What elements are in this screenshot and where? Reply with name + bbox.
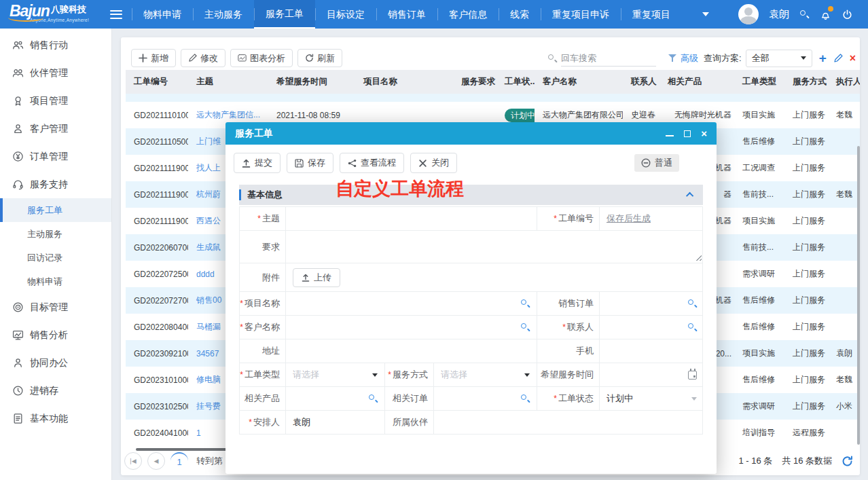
- field-相关订单[interactable]: [434, 387, 537, 410]
- search-icon[interactable]: [687, 299, 697, 308]
- sidebar-item-销售行动[interactable]: 销售行动: [0, 31, 111, 59]
- nav-item-重复项目[interactable]: 重复项目: [621, 0, 682, 29]
- refresh-icon[interactable]: [842, 456, 853, 467]
- column-header-服务要求[interactable]: 服务要求: [453, 76, 496, 88]
- search-icon[interactable]: [520, 394, 530, 403]
- nav-item-服务工单[interactable]: 服务工单: [254, 0, 315, 29]
- column-header-执行人[interactable]: 执行人: [828, 76, 860, 88]
- 新增-button[interactable]: 新增: [131, 49, 176, 67]
- field-所属伙伴[interactable]: [434, 411, 704, 434]
- close-icon[interactable]: ×: [701, 128, 707, 139]
- search-icon[interactable]: [520, 299, 530, 308]
- column-header-项目名称[interactable]: 项目名称: [355, 76, 453, 88]
- field-服务方式[interactable]: 请选择: [434, 363, 537, 386]
- sidebar-item-协同办公[interactable]: 协同办公: [0, 349, 111, 377]
- nav-item-目标设定[interactable]: 目标设定: [315, 0, 376, 29]
- edit-plan-button[interactable]: [833, 54, 843, 63]
- resize-handle-icon[interactable]: [695, 254, 702, 261]
- search-input[interactable]: [561, 50, 656, 67]
- column-header-希望服务时间[interactable]: 希望服务时间: [268, 76, 355, 88]
- brand-logo[interactable]: Bajun八骏科技 Anyone,Anytime,Anywhere!: [0, 0, 103, 29]
- 图表分析-button[interactable]: 图表分析: [230, 49, 293, 67]
- minimize-icon[interactable]: [666, 135, 674, 136]
- sidebar-item-服务支持[interactable]: 服务支持: [0, 170, 111, 198]
- sidebar-subitem-物料申请[interactable]: 物料申请: [0, 270, 111, 293]
- sidebar-item-进销存[interactable]: 进销存: [0, 377, 111, 405]
- column-header-服务方式[interactable]: 服务方式: [784, 76, 828, 88]
- field-项目名称[interactable]: [286, 292, 537, 315]
- pager-first-button[interactable]: |◀: [124, 452, 142, 470]
- nav-item-销售订单[interactable]: 销售订单: [376, 0, 437, 29]
- modal-关闭-button[interactable]: 关闭: [410, 153, 457, 173]
- nav-item-主动服务[interactable]: 主动服务: [193, 0, 254, 29]
- modal-查看流程-button[interactable]: 查看流程: [340, 153, 404, 173]
- calendar-icon[interactable]: [688, 371, 697, 380]
- collapse-chevron-icon[interactable]: [686, 192, 693, 200]
- column-header-工单状...[interactable]: 工单状...: [496, 76, 535, 88]
- 刷新-button[interactable]: 刷新: [297, 49, 342, 67]
- section-basic-info[interactable]: 基本信息: [239, 185, 703, 205]
- priority-badge[interactable]: 普通: [634, 154, 679, 172]
- field-工单状态[interactable]: 计划中: [600, 387, 704, 410]
- filter-funnel-icon[interactable]: [668, 54, 676, 62]
- sidebar-item-伙伴管理[interactable]: 伙伴管理: [0, 59, 111, 87]
- nav-item-线索[interactable]: 线索: [499, 0, 541, 29]
- menu-toggle-icon[interactable]: [110, 10, 122, 19]
- sidebar-subitem-服务工单[interactable]: 服务工单: [0, 198, 111, 222]
- nav-more-dropdown-icon[interactable]: [702, 12, 709, 16]
- search-icon[interactable]: [520, 322, 530, 332]
- query-plan-select[interactable]: 全部: [746, 50, 812, 67]
- search-icon[interactable]: [687, 322, 697, 332]
- chevron-down-icon[interactable]: [524, 373, 530, 377]
- chevron-down-icon[interactable]: [372, 373, 378, 377]
- field-工单编号[interactable]: 保存后生成: [600, 207, 704, 230]
- column-header-联系人[interactable]: 联系人: [623, 76, 659, 88]
- modal-提交-button[interactable]: 提交: [234, 153, 281, 173]
- sidebar-item-项目管理[interactable]: 项目管理: [0, 87, 111, 115]
- search-icon[interactable]: [368, 394, 378, 403]
- column-header-工单类型[interactable]: 工单类型: [734, 76, 784, 88]
- user-name[interactable]: 袁朗: [769, 8, 789, 21]
- sidebar-item-销售分析[interactable]: 销售分析: [0, 321, 111, 349]
- column-header-工单编号[interactable]: 工单编号: [126, 76, 188, 88]
- column-header-主题[interactable]: 主题: [188, 76, 268, 88]
- field-安排人[interactable]: 袁朗: [286, 411, 385, 434]
- search-icon[interactable]: [799, 10, 810, 20]
- maximize-icon[interactable]: [684, 130, 691, 137]
- column-header-相关产品[interactable]: 相关产品: [659, 76, 734, 88]
- modal-header[interactable]: 服务工单 ×: [225, 122, 717, 145]
- field-工单类型[interactable]: 请选择: [286, 363, 385, 386]
- sidebar-subitem-主动服务[interactable]: 主动服务: [0, 222, 111, 246]
- 修改-button[interactable]: 修改: [181, 49, 225, 67]
- nav-item-物料申请[interactable]: 物料申请: [132, 0, 193, 29]
- power-icon[interactable]: [842, 9, 853, 20]
- vertical-scrollbar[interactable]: [857, 146, 860, 445]
- pager-prev-button[interactable]: ◀: [147, 452, 165, 470]
- sidebar-item-客户管理[interactable]: 客户管理: [0, 115, 111, 143]
- sidebar-item-目标管理[interactable]: 目标管理: [0, 293, 111, 321]
- field-联系人[interactable]: [600, 316, 704, 339]
- sidebar-item-订单管理[interactable]: 订单管理: [0, 143, 111, 170]
- advanced-search-link[interactable]: 高级: [681, 52, 698, 64]
- field-手机[interactable]: [600, 339, 704, 363]
- upload-button[interactable]: 上传: [293, 268, 340, 287]
- sidebar-subitem-回访记录[interactable]: 回访记录: [0, 246, 111, 270]
- nav-item-重复项目申诉[interactable]: 重复项目申诉: [541, 0, 621, 29]
- avatar[interactable]: [738, 4, 759, 24]
- field-客户名称[interactable]: [286, 316, 537, 339]
- add-plan-button[interactable]: +: [819, 52, 827, 64]
- pager-current-page[interactable]: 1: [170, 452, 188, 470]
- field-要求[interactable]: [286, 231, 704, 263]
- field-相关产品[interactable]: [286, 387, 385, 410]
- modal-保存-button[interactable]: 保存: [287, 153, 333, 173]
- field-希望服务时间[interactable]: [600, 363, 704, 386]
- field-主题[interactable]: [286, 207, 537, 230]
- sidebar-item-基本功能[interactable]: 基本功能: [0, 405, 111, 432]
- field-销售订单[interactable]: [600, 292, 704, 315]
- chevron-down-icon[interactable]: [691, 397, 697, 401]
- field-地址[interactable]: [286, 339, 537, 363]
- delete-plan-button[interactable]: ×: [850, 53, 856, 64]
- column-header-客户名称[interactable]: 客户名称: [535, 76, 623, 88]
- field-附件[interactable]: 上传: [286, 263, 704, 291]
- bell-icon[interactable]: [820, 9, 831, 20]
